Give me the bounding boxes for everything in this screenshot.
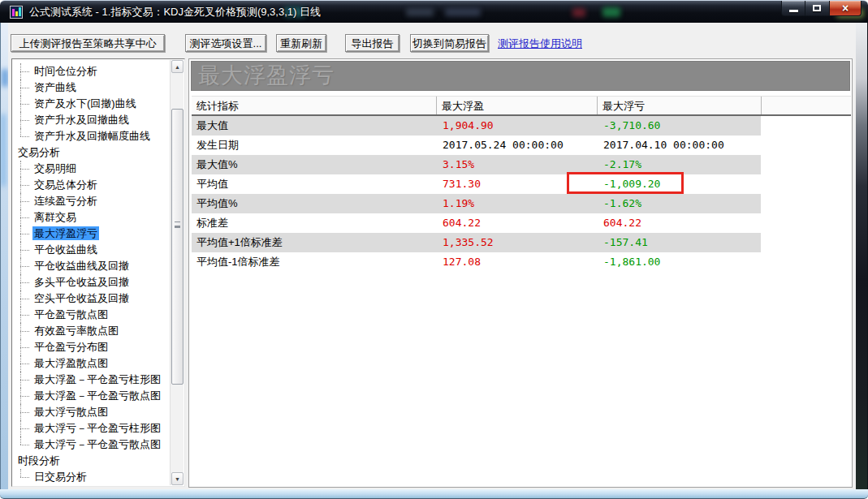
upload-report-button[interactable]: 上传测评报告至策略共享中心 (11, 34, 165, 52)
sidebar-item-label: 最大浮盈－平仓盈亏柱形图 (32, 372, 162, 386)
sidebar-item-label: 交易分析 (16, 145, 62, 159)
glass-blur-decoration (406, 8, 434, 16)
sidebar-item-label: 时间仓位分析 (32, 64, 99, 78)
table-row: 平均值-1倍标准差127.08-1,861.00 (192, 252, 851, 272)
cell-empty (761, 116, 851, 136)
sidebar-item-label: 平仓收益曲线及回撤 (32, 259, 131, 273)
sidebar-item[interactable]: 时间仓位分析 (13, 63, 169, 80)
maximize-icon (813, 5, 821, 11)
cell-empty (761, 252, 851, 272)
scroll-down-button[interactable]: ▼ (171, 472, 184, 485)
sidebar-item-label: 连续盈亏分析 (32, 194, 99, 208)
sidebar-item[interactable]: 离群交易 (13, 209, 169, 226)
sidebar-item-label: 资产及水下(回撤)曲线 (32, 97, 138, 110)
cell-max-profit: 1,335.52 (436, 233, 597, 252)
sidebar-item[interactable]: 最大浮亏－平仓盈亏散点图 (13, 437, 169, 453)
sidebar-item[interactable]: 资产及水下(回撤)曲线 (13, 96, 169, 112)
glass-blur-decoration (572, 8, 585, 17)
sidebar-item[interactable]: 平仓收益曲线 (13, 242, 169, 258)
sidebar-item-label: 空头平仓收益及回撤 (32, 291, 131, 305)
column-header: 最大浮盈 (436, 97, 597, 114)
column-header: 最大浮亏 (597, 97, 761, 114)
cell-empty (761, 174, 851, 194)
close-icon: × (830, 1, 861, 15)
table-header-row: 统计指标最大浮盈最大浮亏 (192, 96, 851, 116)
sidebar-item[interactable]: 日交易分析 (13, 469, 169, 485)
titlebar[interactable]: 公式测试系统 - 1.指标交易：KDJ金死叉价格预测(9,3,3,1) 日线 × (0, 0, 868, 23)
sidebar-item[interactable]: 时段分析 (13, 453, 169, 469)
sidebar-item[interactable]: 最大浮盈－平仓盈亏柱形图 (13, 372, 169, 388)
sidebar-item[interactable]: 最大浮盈－平仓盈亏散点图 (13, 388, 169, 404)
scrollbar-thumb[interactable] (171, 109, 184, 385)
minimize-button[interactable] (781, 1, 805, 16)
sidebar-item[interactable]: 资产升水及回撤幅度曲线 (13, 128, 169, 144)
export-report-button[interactable]: 导出报告 (345, 34, 399, 52)
sidebar-scrollbar[interactable]: ▲ ▼ (170, 60, 184, 485)
sidebar-item-label: 资产升水及回撤曲线 (32, 113, 131, 127)
sidebar-item[interactable]: 资产曲线 (13, 80, 169, 96)
switch-simple-report-button[interactable]: 切换到简易报告 (410, 34, 489, 52)
cell-max-loss: 2017.04.10 00:00:00 (597, 136, 761, 155)
cell-max-profit: 1,904.90 (436, 116, 597, 136)
stats-table: 统计指标最大浮盈最大浮亏 最大值1,904.90-3,710.60发生日期201… (192, 96, 851, 272)
sidebar-item[interactable]: 连续盈亏分析 (13, 193, 169, 209)
sidebar-item-label: 交易明细 (32, 161, 78, 175)
sidebar-item-label: 有效盈亏率散点图 (32, 324, 120, 338)
sidebar-item[interactable]: 平仓收益曲线及回撤 (13, 258, 169, 274)
sidebar-item[interactable]: 交易总体分析 (13, 177, 169, 193)
client-area: 上传测评报告至策略共享中心测评选项设置...重新刷新导出报告切换到简易报告测评报… (8, 23, 856, 489)
window-frame-left (0, 23, 8, 489)
cell-empty (761, 233, 851, 252)
sidebar-item-label: 最大浮盈浮亏 (32, 226, 99, 240)
sidebar-item-label: 最大浮亏散点图 (32, 405, 110, 419)
cell-max-profit: 731.30 (436, 174, 597, 194)
cell-max-loss: -1,861.00 (597, 252, 761, 272)
refresh-button[interactable]: 重新刷新 (276, 34, 326, 52)
sidebar-item[interactable]: 最大浮亏－平仓盈亏柱形图 (13, 420, 169, 437)
sidebar-item-selected[interactable]: 最大浮盈浮亏 (13, 226, 169, 242)
cell-label: 平均值 (192, 174, 436, 194)
column-header-empty (761, 97, 851, 114)
sidebar-item-label: 多头平仓收益及回撤 (32, 275, 131, 289)
section-header-band: 最大浮盈浮亏 (191, 61, 850, 91)
sidebar-item-label: 平仓盈亏分布图 (32, 340, 110, 354)
app-icon (10, 6, 23, 19)
sidebar-item-label: 平仓收益曲线 (32, 243, 99, 256)
sidebar-item[interactable]: 交易明细 (13, 161, 169, 177)
close-button[interactable]: × (829, 1, 862, 16)
cell-max-profit: 604.22 (436, 213, 597, 233)
sidebar-item[interactable]: 交易分析 (13, 144, 169, 161)
section-title: 最大浮盈浮亏 (198, 62, 335, 90)
sidebar-item[interactable]: 资产升水及回撤曲线 (13, 112, 169, 128)
sidebar-item-label: 最大浮盈－平仓盈亏散点图 (32, 389, 162, 402)
sidebar-item-label: 日交易分析 (32, 470, 89, 484)
window-frame-right (856, 23, 868, 489)
sidebar-item[interactable]: 最大浮盈散点图 (13, 355, 169, 372)
maximize-button[interactable] (805, 1, 829, 16)
report-help-link[interactable]: 测评报告使用说明 (498, 37, 582, 51)
glass-blur-decoration (1, 114, 6, 187)
sidebar-item[interactable]: 平仓盈亏散点图 (13, 307, 169, 323)
sidebar-item[interactable]: 最大浮亏散点图 (13, 404, 169, 420)
glass-blur-decoration (2, 69, 8, 87)
table-row: 最大值1,904.90-3,710.60 (192, 116, 851, 136)
sidebar-item[interactable]: 有效盈亏率散点图 (13, 323, 169, 339)
sidebar-item[interactable]: 平仓盈亏分布图 (13, 339, 169, 355)
cell-empty (761, 136, 851, 155)
cell-max-loss: -2.17% (597, 155, 761, 174)
cell-label: 标准差 (192, 213, 436, 233)
cell-label: 最大值 (192, 116, 436, 136)
cell-max-loss: -3,710.60 (597, 116, 761, 136)
cell-max-loss: -157.41 (597, 233, 761, 252)
scroll-up-button[interactable]: ▲ (171, 60, 184, 73)
cell-label: 发生日期 (192, 136, 436, 155)
sidebar-item-label: 交易总体分析 (32, 178, 99, 191)
cell-label: 最大值% (192, 155, 436, 174)
cell-empty (761, 155, 851, 174)
table-body: 最大值1,904.90-3,710.60发生日期2017.05.24 00:00… (192, 116, 851, 272)
sidebar-item[interactable]: 空头平仓收益及回撤 (13, 290, 169, 307)
sidebar-item[interactable]: 多头平仓收益及回撤 (13, 274, 169, 290)
options-button[interactable]: 测评选项设置... (185, 34, 266, 52)
cell-label: 平均值+1倍标准差 (192, 233, 436, 252)
cell-empty (761, 194, 851, 213)
